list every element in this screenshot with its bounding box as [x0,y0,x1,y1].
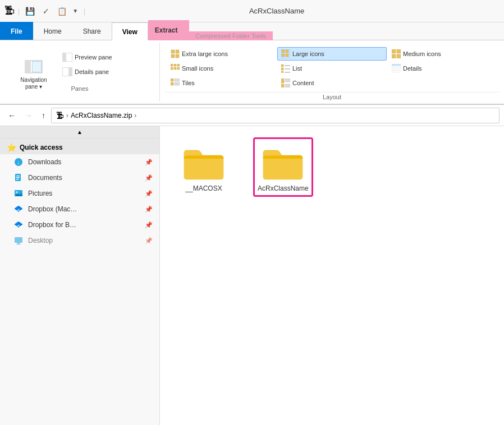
qa-save-button[interactable]: 💾 [23,6,37,17]
svg-rect-57 [17,243,20,244]
documents-label: Documents [28,174,140,182]
preview-pane-button[interactable]: Preview pane [58,50,148,64]
forward-button[interactable]: → [21,109,36,122]
panes-buttons: Navigationpane ▾ Preview pane Details pa… [7,47,153,81]
sidebar-item-dropbox-b[interactable]: Dropbox for B… 📌 [0,217,159,233]
main-area: ▲ ⭐ Quick access ↓ Downloads 📌 [0,126,504,425]
svg-rect-9 [392,49,396,53]
svg-rect-56 [15,237,22,243]
navigation-pane-button[interactable]: Navigationpane ▾ [11,57,56,71]
tab-share[interactable]: Share [72,22,112,40]
tab-file[interactable]: File [0,22,33,40]
folder-acrxclassname[interactable]: AcRxClassName [253,137,313,197]
qa-paste-button[interactable]: 📋 [55,6,69,17]
acrxclassname-folder-label: AcRxClassName [258,184,309,192]
svg-rect-43 [16,177,20,178]
svg-rect-18 [177,67,180,70]
svg-marker-55 [17,227,20,228]
svg-rect-3 [176,54,179,58]
svg-rect-16 [171,67,173,70]
large-icons-label: Large icons [292,50,324,57]
title-text: AcRxClassName [88,7,500,15]
small-icons-button[interactable]: Small icons [167,62,276,75]
svg-rect-8 [286,54,288,57]
zip-title-icon: 🗜 [4,5,15,17]
ribbon: Navigationpane ▾ Preview pane Details pa… [0,40,504,105]
qa-separator: | [84,7,85,15]
svg-rect-19 [281,64,283,67]
svg-rect-27 [392,68,401,70]
pictures-pin-icon: 📌 [145,190,153,197]
sidebar-item-downloads[interactable]: ↓ Downloads 📌 [0,154,159,170]
details-button[interactable]: Details [388,62,497,75]
sidebar: ▲ ⭐ Quick access ↓ Downloads 📌 [0,126,160,425]
list-button[interactable]: List [277,62,387,75]
folder-macosx[interactable]: __MACOSX [177,137,231,197]
svg-rect-22 [285,68,290,70]
svg-rect-2 [171,54,175,58]
svg-text:↓: ↓ [17,159,20,165]
svg-rect-42 [16,175,20,177]
back-button[interactable]: ← [4,109,19,122]
tiles-button[interactable]: Tiles [167,76,276,90]
svg-rect-5 [282,50,285,53]
tab-extract[interactable]: Extract [155,21,178,39]
svg-rect-31 [171,82,173,85]
svg-rect-33 [281,78,284,83]
svg-rect-28 [392,71,401,72]
svg-rect-32 [175,82,180,85]
svg-rect-24 [285,72,290,73]
desktop-label: Desktop [28,237,140,244]
extra-large-icons-button[interactable]: Extra large icons [167,47,276,61]
medium-icons-icon [392,49,401,58]
medium-icons-button[interactable]: Medium icons [388,47,497,61]
svg-rect-26 [392,66,401,68]
downloads-pin-icon: 📌 [145,159,153,166]
svg-rect-0 [171,50,175,53]
quick-access-header: ⭐ Quick access [0,138,159,154]
downloads-label: Downloads [28,158,140,166]
svg-rect-15 [177,64,180,66]
macosx-folder-icon [181,142,226,181]
svg-rect-6 [286,50,288,53]
medium-icons-label: Medium icons [403,50,441,57]
large-icons-button[interactable]: Large icons [277,47,387,61]
details-pane-button[interactable]: Details pane [58,65,148,78]
scroll-up-button[interactable]: ▲ [0,126,159,138]
small-icons-label: Small icons [182,65,213,72]
address-path[interactable]: 🗜 › AcRxClassName.zip › [51,108,500,123]
up-button[interactable]: ↑ [38,109,49,122]
tab-view[interactable]: View [112,22,148,40]
svg-rect-25 [392,64,401,66]
quick-access-star-icon: ⭐ [7,143,16,152]
dropbox-b-pin-icon: 📌 [145,221,153,229]
extra-large-icons-icon [171,49,180,58]
downloads-icon: ↓ [13,157,24,167]
svg-rect-23 [281,71,283,73]
layout-section-label: Layout [164,92,500,101]
svg-rect-14 [174,64,176,66]
svg-rect-20 [285,65,290,66]
address-bar: ← → ↑ 🗜 › AcRxClassName.zip › [0,105,504,126]
sidebar-item-dropbox-mac[interactable]: Dropbox (Mac… 📌 [0,201,159,217]
zip-path-icon: 🗜 [56,111,64,120]
svg-rect-11 [392,54,396,58]
sidebar-item-desktop[interactable]: Desktop 📌 [0,233,159,248]
qa-properties-button[interactable]: ✓ [40,6,52,17]
sidebar-item-documents[interactable]: Documents 📌 [0,170,159,186]
compressed-folder-tools-label: Compressed Folder Tools [189,31,273,40]
svg-rect-38 [285,86,290,87]
details-icon [392,64,401,73]
navigation-pane-icon [25,60,43,73]
list-label: List [292,65,302,72]
desktop-pin-icon: 📌 [145,237,153,244]
tab-home[interactable]: Home [33,22,72,40]
svg-rect-13 [171,64,173,66]
quick-access-toolbar: 🗜 | 💾 ✓ 📋 ▼ | [4,5,88,17]
content-button[interactable]: Content [277,76,387,90]
svg-rect-7 [282,54,285,57]
pictures-label: Pictures [28,190,140,197]
sidebar-item-pictures[interactable]: Pictures 📌 [0,186,159,201]
list-icon [281,64,290,73]
path-separator-1: › [66,112,68,119]
